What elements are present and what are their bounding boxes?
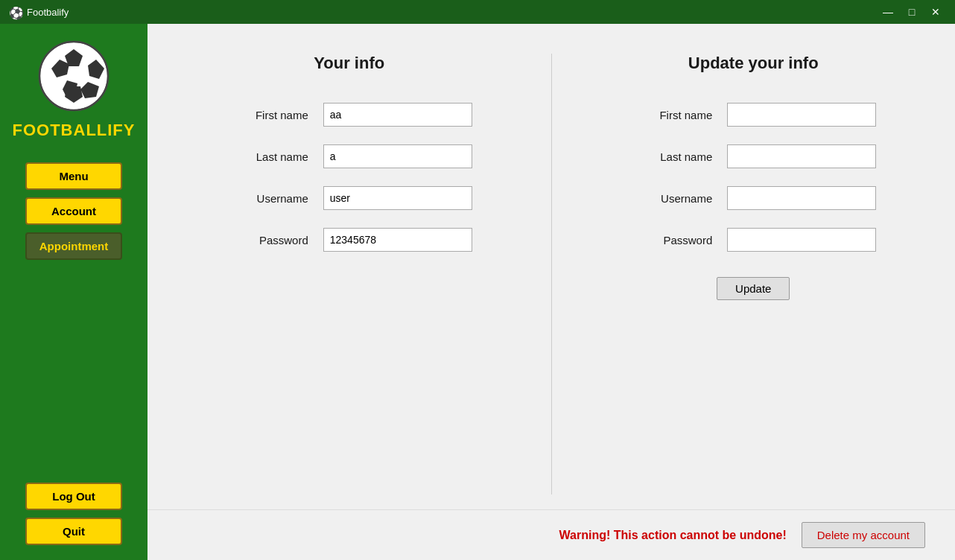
logo-container: FOOTBALLIFY [13, 39, 136, 140]
app-title: Footbalify [27, 7, 878, 18]
update-password-label: Password [630, 234, 712, 246]
panel-divider [551, 54, 552, 494]
update-lastname-label: Last name [630, 150, 712, 163]
update-lastname-input[interactable] [727, 144, 876, 168]
sidebar-bottom: Log Out Quit [0, 483, 147, 545]
update-password-input[interactable] [727, 228, 876, 252]
your-info-title: Your info [314, 54, 384, 73]
quit-button[interactable]: Quit [25, 518, 122, 545]
content-footer: Warning! This action cannot be undone! D… [147, 509, 955, 560]
lastname-input[interactable] [323, 144, 472, 168]
update-firstname-label: First name [630, 109, 712, 121]
maximize-button[interactable]: □ [901, 4, 922, 19]
update-info-title: Update your info [688, 54, 819, 73]
account-button[interactable]: Account [25, 197, 122, 225]
sidebar-nav: Menu Account Appointment [0, 162, 147, 260]
password-group: Password [192, 228, 507, 252]
app-window: FOOTBALLIFY Menu Account Appointment Log… [0, 24, 955, 560]
title-bar: ⚽ Footbalify — □ ✕ [0, 0, 955, 24]
delete-account-button[interactable]: Delete my account [802, 522, 925, 548]
firstname-label: First name [226, 109, 308, 121]
warning-text: Warning! This action cannot be undone! [559, 529, 787, 542]
menu-button[interactable]: Menu [25, 162, 122, 190]
username-label: Username [226, 192, 308, 205]
update-firstname-input[interactable] [727, 103, 876, 127]
update-password-group: Password [597, 228, 911, 252]
firstname-group: First name [192, 103, 507, 127]
update-username-group: Username [597, 186, 911, 210]
close-button[interactable]: ✕ [925, 4, 946, 19]
content-main: Your info First name Last name Username … [147, 24, 955, 509]
lastname-group: Last name [192, 144, 507, 168]
username-group: Username [192, 186, 507, 210]
update-firstname-group: First name [597, 103, 911, 127]
update-username-label: Username [630, 192, 712, 205]
update-button[interactable]: Update [717, 277, 790, 300]
content-area: Your info First name Last name Username … [147, 24, 955, 560]
your-info-panel: Your info First name Last name Username … [192, 54, 507, 494]
update-info-panel: Update your info First name Last name Us… [597, 54, 911, 494]
sidebar: FOOTBALLIFY Menu Account Appointment Log… [0, 24, 147, 560]
minimize-button[interactable]: — [878, 4, 898, 19]
app-icon: ⚽ [9, 6, 21, 18]
update-lastname-group: Last name [597, 144, 911, 168]
app-name-label: FOOTBALLIFY [13, 121, 136, 140]
logout-button[interactable]: Log Out [25, 483, 122, 510]
appointment-button[interactable]: Appointment [25, 232, 122, 260]
username-input[interactable] [323, 186, 472, 210]
password-label: Password [226, 234, 308, 246]
firstname-input[interactable] [323, 103, 472, 127]
soccer-ball-icon [37, 39, 111, 113]
window-controls: — □ ✕ [878, 4, 946, 19]
password-input[interactable] [323, 228, 472, 252]
lastname-label: Last name [226, 150, 308, 163]
update-username-input[interactable] [727, 186, 876, 210]
